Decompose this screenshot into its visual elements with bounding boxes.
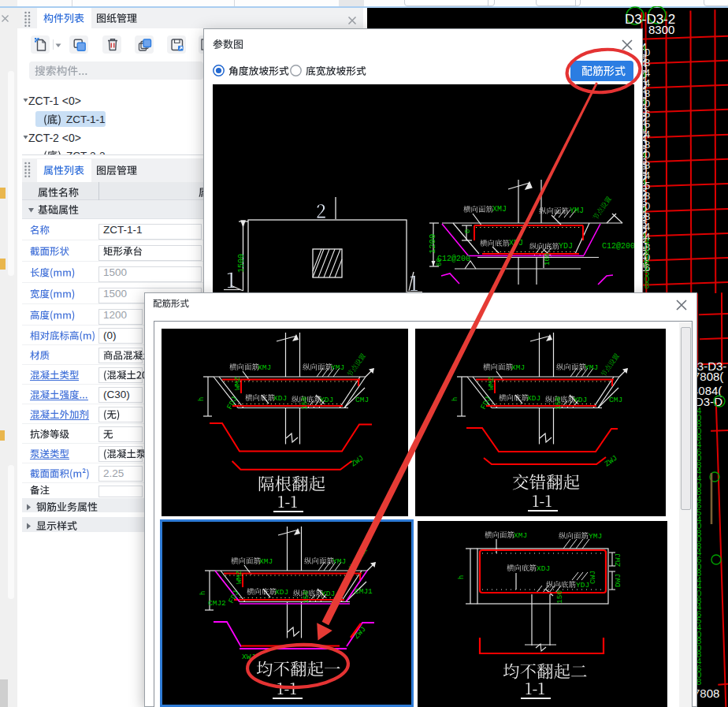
svg-text:1500: 1500 [237,254,246,273]
svg-text:150: 150 [554,396,563,410]
svg-text:C12@200: C12@200 [602,242,634,251]
svg-text:XMJ: XMJ [258,363,271,372]
svg-text:YDJ: YDJ [320,396,333,404]
svg-text:FDJ: FDJ [479,395,493,411]
svg-text:CMJ: CMJ [355,396,369,404]
svg-text:100: 100 [544,253,552,266]
svg-text:150: 150 [300,396,309,410]
svg-text:WMZ: WMZ [487,377,496,390]
svg-text:YMJ: YMJ [332,557,346,566]
svg-text:DWJ: DWJ [614,574,622,587]
svg-text:FDJ: FDJ [227,589,241,605]
svg-text:h: h [199,591,207,595]
svg-text:FDJ: FDJ [225,395,240,411]
svg-text:XDJ: XDJ [527,394,540,403]
svg-text:0: 0 [464,229,472,233]
svg-text:8300: 8300 [648,23,674,36]
svg-text:CMJ: CMJ [609,396,622,404]
svg-text:YDJ: YDJ [574,396,587,404]
svg-text:ZWJ: ZWJ [614,553,622,567]
svg-text:ZWJ: ZWJ [352,625,368,641]
svg-text:XDJ: XDJ [275,588,288,597]
svg-text:h: h [198,397,206,401]
svg-text:XWJ: XWJ [242,653,255,661]
svg-text:YMJ: YMJ [331,363,344,372]
svg-text:XMJ: XMJ [259,557,273,566]
svg-text:YDJ: YDJ [321,590,335,598]
svg-text:150: 150 [555,590,564,604]
svg-text:YDJ: YDJ [576,581,589,590]
svg-text:CMJ2: CMJ2 [208,599,226,608]
svg-text:h: h [451,397,459,401]
svg-text:WMZ: WMZ [235,571,243,584]
svg-text:ZWJ: ZWJ [349,454,365,469]
svg-text:XMJ: XMJ [514,531,527,540]
svg-text:YMJ: YMJ [585,363,598,372]
svg-text:XMJ: XMJ [511,363,525,372]
svg-text:CMJ1: CMJ1 [355,587,373,596]
svg-text:XDJ: XDJ [273,394,287,403]
svg-text:YMJ: YMJ [589,532,602,541]
svg-text:150: 150 [302,590,310,604]
svg-text:WMZ: WMZ [233,377,242,390]
svg-text:XDJ: XDJ [537,564,550,573]
svg-text:CWJ: CWJ [589,571,597,584]
svg-text:ZWJ: ZWJ [603,454,618,469]
svg-text:60: 60 [436,258,444,266]
svg-text:h: h [458,575,466,579]
svg-text:1200: 1200 [428,234,437,254]
